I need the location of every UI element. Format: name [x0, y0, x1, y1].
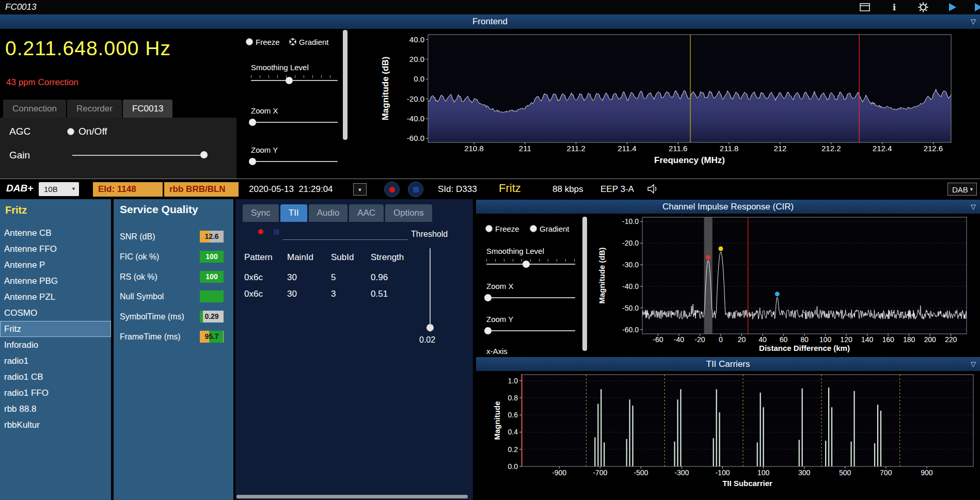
- tii-table-cell: 30: [287, 289, 297, 299]
- freeze-label: Freeze: [256, 38, 280, 46]
- service-item[interactable]: COSMO: [0, 305, 111, 321]
- svg-text:Magnitude: Magnitude: [493, 401, 501, 440]
- decoder-panel: SyncTIIAudioAACOptions Threshold Pattern…: [235, 199, 473, 500]
- svg-text:212: 212: [773, 144, 786, 153]
- speaker-icon[interactable]: [647, 183, 660, 195]
- datetime-caret-icon: ▼: [358, 187, 362, 192]
- tii-table-cell: 3: [331, 289, 336, 299]
- cir-zoom-y-handle[interactable]: [484, 327, 492, 334]
- zoom-y-slider-handle[interactable]: [249, 158, 256, 165]
- agc-radio[interactable]: [67, 128, 74, 135]
- cir-gradient-radio[interactable]: [530, 225, 537, 232]
- tii-carriers-chart[interactable]: -900-700-500-300-1001003005007009000.00.…: [476, 371, 980, 500]
- svg-text:160: 160: [882, 335, 894, 344]
- cir-panel-title: Channel Impulse Response (CIR): [662, 202, 794, 212]
- svg-text:60: 60: [780, 335, 788, 344]
- svg-text:0.2: 0.2: [508, 445, 518, 454]
- decoder-tab-aac[interactable]: AAC: [349, 204, 384, 222]
- frontend-tab-recorder[interactable]: Recorder: [67, 100, 122, 118]
- service-item[interactable]: Antenne CB: [0, 225, 111, 241]
- cir-smoothing-track[interactable]: [486, 264, 575, 265]
- decoder-tab-options[interactable]: Options: [385, 204, 432, 222]
- spectrum-splitter-scrollbar[interactable]: [343, 30, 347, 140]
- smoothing-label: Smoothing Level: [251, 63, 309, 72]
- frontend-tab-fc0013[interactable]: FC0013: [123, 100, 172, 118]
- sq-row-label: SNR (dB): [120, 230, 155, 244]
- sq-value-badge: 0.29: [200, 311, 224, 322]
- cir-collapse-icon[interactable]: ▽: [971, 200, 976, 214]
- tii-collapse-icon[interactable]: ▽: [971, 357, 976, 371]
- output-mode-value: DAB: [952, 185, 968, 194]
- service-item[interactable]: radio1 FFO: [0, 385, 111, 401]
- zoom-y-slider-track[interactable]: [251, 161, 338, 162]
- service-item[interactable]: Fritz: [0, 321, 111, 337]
- gain-slider-handle[interactable]: [200, 151, 208, 158]
- service-item[interactable]: Inforadio: [0, 337, 111, 353]
- sq-row: RS (ok %)100: [114, 270, 233, 285]
- frontend-collapse-icon[interactable]: ▽: [971, 14, 976, 29]
- service-item[interactable]: Antenne P: [0, 257, 111, 273]
- decoder-tab-audio[interactable]: Audio: [309, 204, 347, 222]
- freeze-radio[interactable]: [246, 38, 253, 45]
- svg-text:100: 100: [757, 469, 770, 477]
- service-item[interactable]: radio1: [0, 353, 111, 369]
- gear-icon[interactable]: [917, 2, 929, 13]
- gain-slider-track[interactable]: [72, 155, 208, 156]
- svg-text:-300: -300: [674, 469, 689, 477]
- play-icon[interactable]: [946, 2, 958, 13]
- svg-text:-40.0: -40.0: [407, 114, 424, 123]
- smoothing-slider-handle[interactable]: [286, 77, 293, 84]
- gain-label: Gain: [9, 150, 30, 161]
- cir-zoom-x-handle[interactable]: [484, 294, 492, 301]
- svg-text:900: 900: [921, 469, 933, 477]
- service-item[interactable]: rbbKultur: [0, 417, 111, 433]
- threshold-value: 0.02: [419, 335, 435, 345]
- cir-smoothing-handle[interactable]: [523, 261, 530, 268]
- channel-select[interactable]: 10B ▼: [39, 182, 79, 196]
- gradient-radio[interactable]: [289, 38, 296, 45]
- output-caret-icon: ▼: [969, 183, 974, 196]
- smoothing-slider-track[interactable]: [251, 80, 338, 81]
- cir-splitter-scrollbar[interactable]: [582, 217, 587, 351]
- cir-body: Freeze Gradient Smoothing Level Zoom X Z…: [476, 214, 980, 356]
- svg-text:80: 80: [800, 335, 809, 344]
- window-title: FC0013: [5, 2, 36, 12]
- tii-table-cell: 30: [287, 272, 297, 283]
- decoder-tab-sync[interactable]: Sync: [243, 204, 279, 222]
- play-secondary-icon[interactable]: [972, 2, 980, 13]
- svg-text:-60.0: -60.0: [407, 134, 424, 142]
- cir-zoom-y-track[interactable]: [486, 330, 575, 331]
- zoom-x-slider-handle[interactable]: [249, 119, 256, 126]
- output-mode-select[interactable]: DAB ▼: [947, 183, 977, 196]
- threshold-slider-track[interactable]: [430, 248, 431, 332]
- threshold-slider-handle[interactable]: [426, 324, 434, 331]
- info-icon[interactable]: i: [888, 2, 900, 13]
- service-item[interactable]: Antenne PBG: [0, 273, 111, 289]
- cir-freeze-radio[interactable]: [485, 225, 493, 232]
- cir-chart[interactable]: -60-40-20020406080100120140160180200220-…: [589, 214, 980, 356]
- frontend-tab-connection[interactable]: Connection: [3, 100, 66, 118]
- svg-text:211: 211: [519, 144, 531, 153]
- zoom-x-slider-track[interactable]: [251, 122, 338, 123]
- main-area: Fritz Antenne CBAntenne FFOAntenne PAnte…: [0, 199, 980, 500]
- decoder-tab-tii[interactable]: TII: [280, 204, 307, 222]
- stop-button[interactable]: [408, 182, 423, 197]
- cir-zoom-x-track[interactable]: [486, 297, 575, 298]
- service-item[interactable]: rbb 88.8: [0, 401, 111, 417]
- frontend-spectrum-chart[interactable]: 210.8211211.2211.4211.6211.8212212.2212.…: [349, 29, 980, 179]
- record-button[interactable]: [384, 182, 400, 197]
- svg-text:0.0: 0.0: [508, 462, 518, 471]
- sq-row: FIC (ok %)100: [114, 250, 233, 265]
- decoder-hscrollbar[interactable]: [236, 495, 468, 498]
- datetime-dropdown-button[interactable]: ▼: [353, 183, 367, 196]
- svg-text:220: 220: [945, 335, 957, 344]
- service-item[interactable]: Antenne FFO: [0, 241, 111, 257]
- svg-text:212.6: 212.6: [924, 144, 943, 153]
- svg-text:500: 500: [839, 469, 851, 477]
- svg-text:-40.0: -40.0: [622, 282, 639, 291]
- spectrum-chart-area: 210.8211211.2211.4211.6211.8212212.2212.…: [349, 29, 980, 179]
- service-item[interactable]: Antenne PZL: [0, 289, 111, 305]
- service-item[interactable]: radio1 CB: [0, 369, 111, 385]
- sq-badge-value: 0.29: [200, 311, 224, 322]
- window-icon[interactable]: [859, 2, 871, 13]
